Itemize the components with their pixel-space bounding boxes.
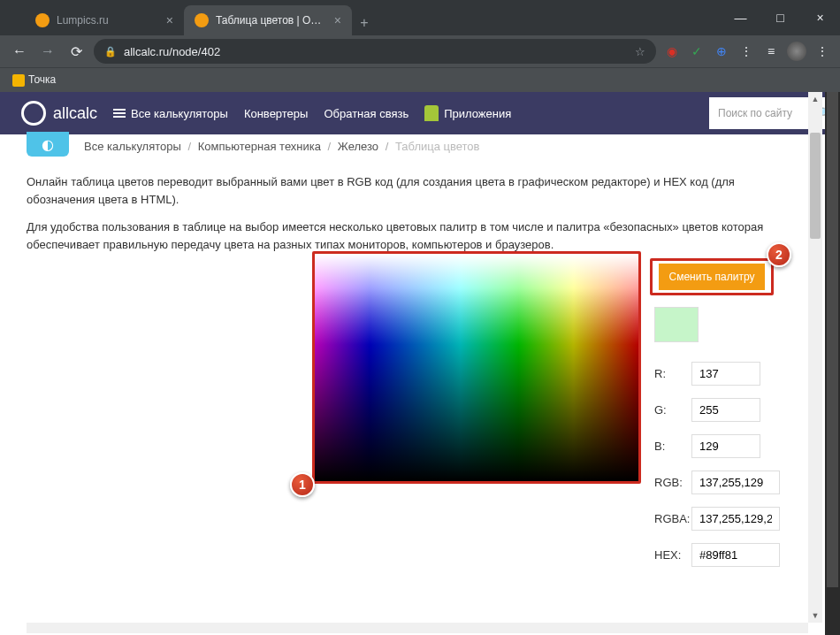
annotation-badge-1: 1 bbox=[290, 472, 315, 497]
window-controls: — □ × bbox=[721, 0, 840, 35]
bookmark-star-icon[interactable]: ☆ bbox=[635, 45, 645, 58]
change-palette-highlight: Сменить палитру bbox=[650, 258, 774, 295]
nav-all-calculators[interactable]: Все калькуляторы bbox=[113, 107, 228, 120]
crumb-link[interactable]: Все калькуляторы bbox=[84, 140, 181, 153]
browser-toolbar: ← → ⟳ 🔒 allcalc.ru/node/402 ☆ ◉ ✓ ⊕ ⋮ ≡ … bbox=[0, 35, 840, 67]
color-values: R: G: B: RGB: RGBA: HEX: bbox=[654, 362, 780, 579]
desc-p2: Для удобства пользования в таблице на вы… bbox=[27, 218, 805, 253]
window-scrollbar[interactable] bbox=[825, 92, 840, 635]
input-hex[interactable] bbox=[691, 543, 780, 567]
tab-title: Таблица цветов | Онлайн кальк bbox=[216, 14, 327, 27]
logo-icon bbox=[21, 101, 46, 126]
reading-list-icon[interactable]: ≡ bbox=[762, 42, 780, 60]
favicon-icon bbox=[195, 13, 209, 27]
url-text: allcalc.ru/node/402 bbox=[124, 45, 220, 58]
input-rgb[interactable] bbox=[691, 471, 780, 494]
input-b[interactable] bbox=[691, 434, 760, 458]
scroll-thumb[interactable] bbox=[810, 133, 821, 239]
browser-titlebar: Lumpics.ru × Таблица цветов | Онлайн кал… bbox=[0, 0, 840, 35]
bookmark-item[interactable]: Точка bbox=[12, 73, 56, 87]
extension-icon[interactable]: ◉ bbox=[663, 42, 681, 60]
annotation-badge-2: 2 bbox=[767, 242, 791, 267]
favicon-icon bbox=[35, 13, 50, 27]
profile-avatar[interactable] bbox=[787, 42, 806, 61]
input-g[interactable] bbox=[691, 398, 760, 422]
bookmarks-bar: Точка bbox=[0, 67, 840, 92]
tab-title: Lumpics.ru bbox=[57, 14, 159, 27]
scroll-up-icon[interactable]: ▲ bbox=[808, 92, 822, 106]
site-logo[interactable]: allcalc bbox=[21, 101, 97, 126]
site-header: allcalc Все калькуляторы Конвертеры Обра… bbox=[0, 92, 840, 134]
label-r: R: bbox=[654, 367, 691, 380]
category-icon: ◐ bbox=[27, 132, 69, 157]
color-swatch bbox=[654, 307, 699, 342]
tab-lumpics[interactable]: Lumpics.ru × bbox=[25, 5, 184, 35]
close-window-button[interactable]: × bbox=[800, 0, 840, 35]
label-rgba: RGBA: bbox=[654, 512, 691, 525]
label-g: G: bbox=[654, 403, 691, 417]
page-scrollbar[interactable]: ▲ ▼ bbox=[808, 92, 822, 623]
maximize-button[interactable]: □ bbox=[760, 0, 800, 35]
address-bar[interactable]: 🔒 allcalc.ru/node/402 ☆ bbox=[94, 39, 656, 64]
close-icon[interactable]: × bbox=[166, 13, 173, 27]
scroll-down-icon[interactable]: ▼ bbox=[808, 608, 822, 623]
lock-icon: 🔒 bbox=[104, 46, 117, 57]
minimize-button[interactable]: — bbox=[721, 0, 760, 35]
extension-icon[interactable]: ⊕ bbox=[713, 42, 730, 60]
label-hex: HEX: bbox=[654, 548, 691, 562]
color-picker-canvas[interactable] bbox=[315, 254, 638, 481]
input-r[interactable] bbox=[691, 362, 760, 386]
android-icon bbox=[424, 105, 439, 121]
crumb-current: Таблица цветов bbox=[395, 140, 480, 153]
desc-p1: Онлайн таблица цветов переводит выбранны… bbox=[27, 173, 805, 208]
horizontal-scrollbar[interactable] bbox=[27, 623, 808, 633]
scroll-thumb[interactable] bbox=[827, 92, 838, 587]
brand-text: allcalc bbox=[53, 104, 97, 123]
reload-button[interactable]: ⟳ bbox=[65, 43, 87, 60]
input-rgba[interactable] bbox=[691, 507, 780, 531]
new-tab-button[interactable]: + bbox=[352, 11, 377, 35]
browser-menu-icon[interactable]: ⋮ bbox=[813, 42, 831, 60]
color-picker-highlight bbox=[312, 251, 641, 484]
label-rgb: RGB: bbox=[654, 476, 691, 489]
close-icon[interactable]: × bbox=[334, 13, 341, 27]
page-content: allcalc Все калькуляторы Конвертеры Обра… bbox=[0, 92, 840, 635]
back-button[interactable]: ← bbox=[9, 43, 30, 59]
hamburger-icon bbox=[113, 107, 126, 119]
search-placeholder: Поиск по сайту bbox=[718, 107, 792, 119]
change-palette-button[interactable]: Сменить палитру bbox=[659, 264, 766, 290]
forward-button[interactable]: → bbox=[37, 43, 58, 59]
description: Онлайн таблица цветов переводит выбранны… bbox=[27, 173, 805, 264]
nav-converters[interactable]: Конвертеры bbox=[244, 107, 309, 120]
bookmark-icon bbox=[12, 74, 25, 87]
menu-icon[interactable]: ⋮ bbox=[737, 42, 755, 60]
crumb-link[interactable]: Железо bbox=[338, 140, 378, 153]
nav-apps[interactable]: Приложения bbox=[424, 105, 511, 121]
label-b: B: bbox=[654, 440, 691, 453]
extension-icon[interactable]: ✓ bbox=[688, 42, 706, 60]
nav-feedback[interactable]: Обратная связь bbox=[324, 107, 409, 120]
tab-allcalc[interactable]: Таблица цветов | Онлайн кальк × bbox=[184, 5, 352, 35]
breadcrumb: Все калькуляторы / Компьютерная техника … bbox=[84, 140, 480, 153]
crumb-link[interactable]: Компьютерная техника bbox=[198, 140, 321, 153]
